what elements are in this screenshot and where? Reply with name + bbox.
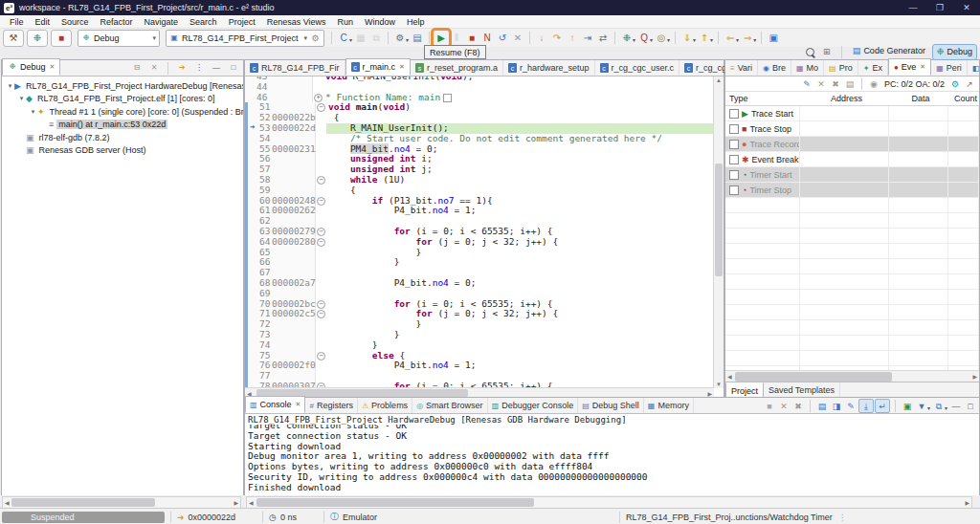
delete-eventpoint-icon[interactable]: ✕ [814, 77, 828, 90]
fold-ruler[interactable] [316, 164, 326, 175]
annotation-ruler[interactable] [245, 134, 259, 144]
open-console-icon[interactable]: ⧉ [932, 400, 946, 412]
fold-ruler[interactable] [316, 257, 326, 268]
annotation-ruler[interactable] [245, 257, 259, 268]
annotation-ruler[interactable] [245, 278, 259, 289]
launch-config-combo[interactable]: ▣ RL78_G14_FPB_First_Project ▾ ⚙ [166, 30, 324, 47]
fold-ruler[interactable] [316, 206, 326, 216]
eventpoint-checkbox[interactable] [729, 124, 739, 134]
chevron-down-icon[interactable]: ▾ [693, 36, 696, 43]
fold-expanded-icon[interactable]: − [317, 300, 325, 309]
fold-ruler[interactable] [316, 123, 326, 134]
menu-project[interactable]: Project [223, 15, 261, 28]
scroll-right-icon[interactable]: ▶ [234, 499, 238, 506]
tab-console[interactable]: ▥Console✕ [245, 396, 305, 413]
fold-ruler[interactable] [316, 144, 326, 155]
fold-ruler[interactable] [316, 216, 326, 227]
fold-expanded-icon[interactable]: − [317, 228, 325, 236]
chevron-down-icon[interactable]: ▾ [710, 36, 713, 43]
menu-navigate[interactable]: Navigate [139, 15, 185, 28]
annotation-ruler[interactable] [245, 248, 259, 258]
fold-ruler[interactable] [316, 278, 326, 289]
annotation-ruler[interactable] [245, 93, 256, 103]
maximize-console-icon[interactable]: □ [964, 400, 977, 412]
fold-ruler[interactable]: − [316, 309, 326, 319]
clear-console-icon[interactable]: ✕ [777, 400, 791, 412]
annotation-ruler[interactable] [245, 82, 256, 93]
eventpoint-row[interactable]: ◔Timer Start [725, 167, 979, 183]
scroll-lock-icon[interactable]: ⤓ [858, 399, 874, 413]
annotation-ruler[interactable] [245, 164, 259, 175]
tree-expander-icon[interactable]: ▾ [29, 108, 37, 116]
annotation-ruler[interactable] [245, 216, 259, 227]
refresh-eventpoints-icon[interactable]: ◉ [867, 77, 880, 90]
menu-refactor[interactable]: Refactor [95, 15, 139, 28]
chevron-down-icon[interactable]: ▾ [650, 36, 653, 43]
menu-search[interactable]: Search [184, 15, 223, 28]
annotation-ruler[interactable] [245, 309, 259, 319]
menu-file[interactable]: File [4, 15, 30, 28]
stop-launch-icon[interactable]: ■ [54, 31, 69, 46]
menu-edit[interactable]: Edit [30, 15, 56, 28]
debug-bug-button[interactable]: ❉ [27, 30, 48, 47]
chevron-down-icon[interactable]: ▾ [406, 36, 409, 43]
terminate-icon[interactable]: ■ [464, 31, 479, 46]
fold-ruler[interactable]: − [316, 237, 326, 248]
fold-ruler[interactable]: − [316, 175, 326, 186]
fold-ruler[interactable] [316, 154, 326, 164]
tab-pro[interactable]: ▤Pro [824, 60, 858, 76]
minimize-window-button[interactable]: — [900, 0, 926, 15]
fold-ruler[interactable] [316, 371, 326, 382]
fold-ruler[interactable] [316, 248, 326, 258]
pin-editor-icon[interactable]: ▣ [766, 31, 781, 46]
annotation-ruler[interactable]: ➜ [245, 123, 259, 134]
minimize-icon[interactable]: — [209, 60, 224, 76]
debug-tree-row[interactable]: ▣Renesas GDB server (Host) [2, 144, 243, 158]
debug-tree-row[interactable]: ≡main() at r_main.c:53 0x22d [2, 119, 243, 132]
fold-expanded-icon[interactable]: − [317, 310, 325, 318]
word-wrap-icon[interactable]: ↵ [875, 399, 890, 413]
debug-tree-row[interactable]: ▣rl78-elf-gdb (7.8.2) [2, 131, 243, 144]
minimize-console-icon[interactable]: — [949, 400, 963, 412]
scroll-up-icon[interactable]: ▲ [714, 77, 724, 83]
tab-memory[interactable]: ▦Memory [644, 398, 694, 413]
stop-launch-button[interactable]: ■ [51, 30, 72, 47]
fold-expanded-icon[interactable]: − [317, 197, 325, 206]
fold-expanded-icon[interactable]: − [317, 103, 325, 112]
fold-ruler[interactable]: + [313, 93, 323, 103]
display-selected-console-icon[interactable]: ▼ [915, 400, 928, 412]
eventpoint-checkbox[interactable] [729, 186, 739, 195]
suspend-icon[interactable]: ‖ [449, 31, 464, 46]
fold-ruler[interactable] [316, 340, 326, 351]
remove-all-icon[interactable]: ⊟ [129, 60, 145, 76]
annotation-ruler[interactable] [245, 196, 259, 207]
tab-debug-shell[interactable]: ▤Debug Shell [578, 398, 644, 413]
annotation-ruler[interactable] [245, 289, 259, 299]
collapsed-comment-icon[interactable] [443, 94, 452, 102]
fold-ruler[interactable]: − [316, 351, 326, 361]
debug-bug-icon[interactable]: ❉ [30, 31, 45, 46]
menu-source[interactable]: Source [56, 15, 95, 28]
chevron-down-icon[interactable]: ▾ [927, 404, 930, 411]
annotation-ruler[interactable] [245, 299, 259, 310]
annotation-ruler[interactable] [245, 340, 259, 351]
maximize-icon[interactable]: □ [226, 60, 241, 76]
scroll-right-icon[interactable]: ▶ [972, 373, 977, 380]
editor-tab-r_hardware_setup[interactable]: cr_hardware_setup [503, 60, 595, 76]
annotation-ruler[interactable] [245, 206, 259, 216]
chevron-down-icon[interactable]: ▾ [633, 36, 635, 43]
restart-icon[interactable]: ↺ [495, 31, 510, 46]
eventpoint-checkbox[interactable] [729, 109, 739, 119]
fold-ruler[interactable] [316, 268, 326, 278]
annotation-ruler[interactable] [245, 144, 259, 155]
delete-all-eventpoints-icon[interactable]: ✖ [829, 77, 842, 90]
eventpoint-row[interactable]: ✱Event Break [725, 152, 979, 167]
tree-expander-icon[interactable]: ▾ [6, 82, 14, 90]
menu-window[interactable]: Window [359, 15, 401, 28]
editor-tab-r_main-c[interactable]: cr_main.c✕ [345, 58, 411, 76]
pin-console-icon[interactable]: ▣ [901, 400, 914, 412]
build-report-icon[interactable]: ▤ [410, 31, 425, 46]
annotation-ruler[interactable] [245, 227, 259, 237]
annotation-ruler[interactable] [245, 154, 259, 164]
scroll-right-icon[interactable]: ▶ [965, 499, 969, 506]
